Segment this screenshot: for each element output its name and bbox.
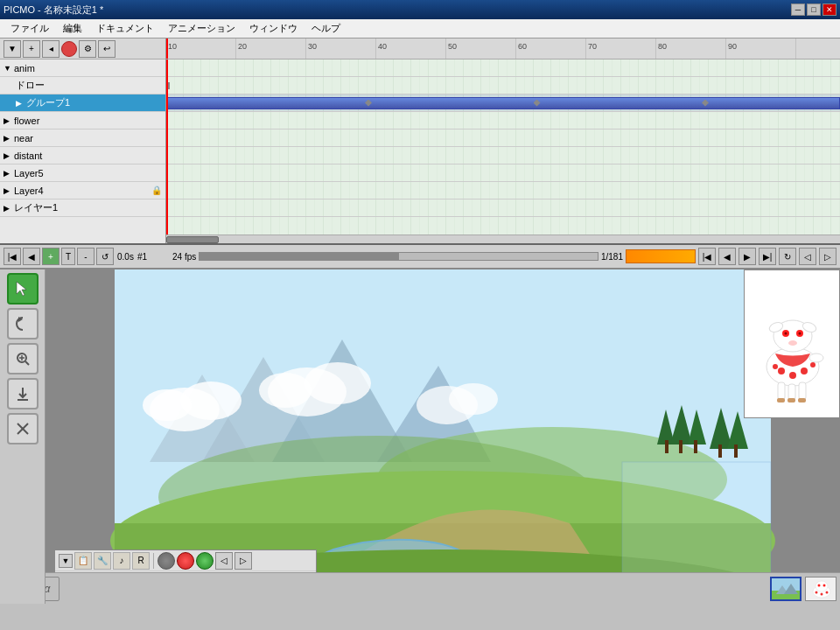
svg-point-48 bbox=[799, 332, 802, 335]
pb-minus[interactable]: - bbox=[77, 248, 94, 265]
layer-row-near[interactable]: ▶ near bbox=[0, 130, 165, 147]
track-layer5 bbox=[166, 164, 840, 182]
ft-dropdown[interactable]: ▼ bbox=[59, 554, 73, 568]
menu-document[interactable]: ドキュメント bbox=[89, 20, 161, 37]
menu-edit[interactable]: 編集 bbox=[56, 20, 89, 37]
minimize-button[interactable]: ─ bbox=[791, 4, 805, 16]
tool-close[interactable] bbox=[7, 413, 38, 444]
pb-text[interactable]: T bbox=[61, 248, 75, 265]
lock-icon: 🔒 bbox=[151, 186, 162, 195]
layer-row-group1[interactable]: ▶ グループ1 bbox=[0, 94, 165, 112]
pb-step-back[interactable]: ◀ bbox=[718, 248, 736, 265]
svg-point-70 bbox=[818, 584, 821, 586]
svg-point-55 bbox=[789, 372, 796, 379]
pb-goto-start[interactable]: |◀ bbox=[698, 248, 716, 265]
progress-fill bbox=[200, 253, 398, 260]
svg-point-74 bbox=[826, 591, 829, 593]
svg-rect-26 bbox=[679, 440, 682, 453]
track-layer1 bbox=[166, 200, 840, 217]
frame-display: #1 bbox=[137, 252, 147, 262]
svg-point-57 bbox=[773, 364, 778, 369]
ft-record-btn[interactable] bbox=[158, 552, 175, 570]
thumb-character[interactable] bbox=[805, 577, 836, 601]
scroll-thumb[interactable] bbox=[166, 236, 219, 243]
canvas-viewport: ▼ 📋 🔧 ♪ R ◁ ▷ 120 bbox=[46, 270, 840, 604]
thumb-scene[interactable] bbox=[770, 577, 802, 601]
pb-options[interactable]: ◁ bbox=[799, 248, 816, 265]
pb-play[interactable]: ▶ bbox=[738, 248, 756, 265]
layer-row-anim[interactable]: ▼ anim bbox=[0, 60, 165, 77]
svg-point-71 bbox=[823, 584, 826, 586]
tool-undo[interactable] bbox=[7, 308, 38, 340]
expand-layer5[interactable]: ▶ bbox=[4, 169, 14, 178]
svg-rect-31 bbox=[734, 444, 738, 458]
pb-plus[interactable]: + bbox=[42, 248, 60, 265]
svg-point-47 bbox=[785, 332, 788, 335]
ft-book[interactable]: 📋 bbox=[74, 552, 92, 570]
layer-row-layer4[interactable]: ▶ Layer4 🔒 bbox=[0, 182, 165, 200]
ft-left[interactable]: ◁ bbox=[215, 552, 233, 570]
svg-rect-61 bbox=[798, 398, 806, 402]
svg-point-72 bbox=[816, 591, 818, 593]
maximize-button[interactable]: □ bbox=[807, 4, 821, 16]
orange-progress bbox=[626, 249, 696, 263]
menu-file[interactable]: ファイル bbox=[4, 20, 56, 37]
tb-dropdown[interactable]: ▼ bbox=[4, 40, 21, 58]
layer-row-layer1[interactable]: ▶ レイヤー1 bbox=[0, 200, 165, 217]
layer-row-layer5[interactable]: ▶ Layer5 bbox=[0, 164, 165, 182]
track-near bbox=[166, 130, 840, 147]
svg-rect-52 bbox=[799, 382, 806, 400]
pb-loop[interactable]: ↻ bbox=[779, 248, 796, 265]
close-button[interactable]: ✕ bbox=[822, 4, 836, 16]
tool-panel bbox=[0, 270, 46, 604]
layer-list: ▼ anim ドロー ▶ グループ1 ▶ flower ▶ bbox=[0, 60, 165, 243]
ft-right[interactable]: ▷ bbox=[234, 552, 252, 570]
titlebar-controls: ─ □ ✕ bbox=[791, 4, 836, 16]
playhead bbox=[166, 60, 168, 234]
tb-left[interactable]: ◂ bbox=[42, 40, 60, 58]
layer-row-flower[interactable]: ▶ flower bbox=[0, 112, 165, 130]
tb-undo[interactable]: ↩ bbox=[98, 40, 116, 58]
svg-point-54 bbox=[778, 368, 785, 374]
tb-gear[interactable]: ⚙ bbox=[79, 40, 96, 58]
svg-rect-27 bbox=[694, 440, 697, 453]
expand-flower[interactable]: ▶ bbox=[4, 116, 14, 125]
ft-red-btn[interactable] bbox=[177, 552, 194, 570]
tool-zoom[interactable] bbox=[7, 343, 38, 374]
pb-prev[interactable]: ◀ bbox=[23, 248, 40, 265]
expand-distant[interactable]: ▶ bbox=[4, 151, 14, 160]
bottom-toolbar: α bbox=[0, 572, 840, 604]
svg-point-49 bbox=[788, 340, 797, 346]
h-scrollbar[interactable] bbox=[166, 234, 840, 243]
expand-group1[interactable]: ▶ bbox=[16, 99, 26, 108]
layer-row-distant[interactable]: ▶ distant bbox=[0, 147, 165, 164]
progress-container[interactable] bbox=[199, 252, 598, 261]
layer-row-drow[interactable]: ドロー bbox=[0, 77, 165, 94]
pb-rotate[interactable]: ↺ bbox=[96, 248, 114, 265]
svg-rect-59 bbox=[777, 398, 785, 402]
tool-select[interactable] bbox=[7, 273, 38, 304]
expand-near[interactable]: ▶ bbox=[4, 134, 14, 143]
pb-next[interactable]: ▶| bbox=[759, 248, 776, 265]
pb-first[interactable]: |◀ bbox=[4, 248, 21, 265]
menu-window[interactable]: ウィンドウ bbox=[242, 20, 304, 37]
menu-help[interactable]: ヘルプ bbox=[304, 20, 347, 37]
expand-layer4[interactable]: ▶ bbox=[4, 186, 14, 195]
menu-animation[interactable]: アニメーション bbox=[161, 20, 242, 37]
ft-green-btn[interactable] bbox=[196, 552, 214, 570]
svg-rect-50 bbox=[778, 382, 785, 400]
expand-layer1[interactable]: ▶ bbox=[4, 204, 14, 213]
fps-display: 24 fps bbox=[172, 252, 196, 262]
svg-point-17 bbox=[259, 373, 312, 408]
ft-r[interactable]: R bbox=[132, 552, 150, 570]
pb-settings2[interactable]: ▷ bbox=[819, 248, 836, 265]
time-display: 0.0s bbox=[117, 252, 134, 262]
tb-add[interactable]: + bbox=[23, 40, 40, 58]
expand-anim[interactable]: ▼ bbox=[4, 64, 14, 73]
timeline-ruler: 10 20 30 40 50 60 70 80 90 bbox=[166, 38, 840, 60]
ft-music[interactable]: ♪ bbox=[113, 552, 130, 570]
tb-record[interactable] bbox=[61, 41, 77, 57]
tool-download[interactable] bbox=[7, 378, 38, 410]
ft-wrench[interactable]: 🔧 bbox=[94, 552, 111, 570]
menubar: ファイル 編集 ドキュメント アニメーション ウィンドウ ヘルプ bbox=[0, 19, 840, 38]
